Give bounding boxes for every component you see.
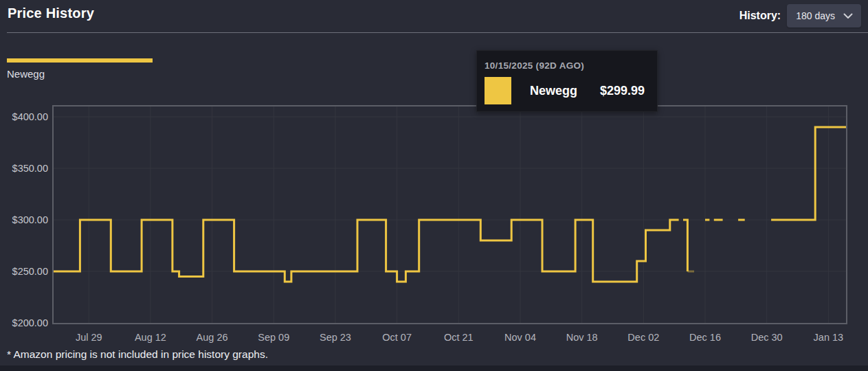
x-axis-tick: Nov 04 [504,330,536,344]
y-axis-tick: $400.00 [0,110,48,124]
x-axis-tick: Oct 21 [444,330,474,344]
tooltip-series-swatch [485,77,511,104]
x-axis-tick: Dec 30 [751,330,783,344]
x-axis-tick: Aug 26 [197,330,228,344]
chevron-down-icon [843,13,853,19]
history-range-dropdown[interactable]: 180 days [787,4,861,27]
x-axis-tick: Oct 07 [382,330,412,344]
chart-tooltip: 10/15/2025 (92D AGO) Newegg $299.99 [476,50,658,112]
price-chart-plot-area[interactable] [52,105,847,324]
tooltip-series-price: $299.99 [600,84,645,98]
tooltip-date: 10/15/2025 (92D AGO) [485,60,649,71]
legend-label: Newegg [7,68,153,80]
x-axis-tick: Jul 29 [76,330,102,344]
legend-item-newegg[interactable]: Newegg [7,58,153,80]
y-axis-tick: $200.00 [0,316,48,330]
tooltip-series-name: Newegg [530,84,577,98]
bottom-strip [0,366,868,371]
page-title: Price History [8,5,94,21]
legend-color-bar [7,58,153,63]
x-axis-tick: Dec 16 [689,330,721,344]
amazon-footnote: * Amazon pricing is not included in pric… [7,348,268,361]
x-axis-tick: Sep 09 [258,330,289,344]
tooltip-series-row: Newegg $299.99 [485,77,649,104]
x-axis-tick: Jan 13 [814,330,844,344]
history-range-control: History: 180 days [739,4,861,27]
y-axis-tick: $250.00 [0,265,48,278]
history-range-value: 180 days [796,10,835,21]
header-divider [7,32,868,33]
history-label: History: [739,10,781,22]
x-axis-tick: Nov 18 [566,330,598,344]
x-axis-tick: Dec 02 [627,330,659,344]
y-axis-tick: $350.00 [0,161,48,175]
price-history-panel: Price History History: 180 days Newegg $… [0,0,868,371]
price-line-chart [54,106,846,323]
x-axis-tick: Aug 12 [135,330,166,344]
x-axis-tick: Sep 23 [320,330,351,344]
y-axis-tick: $300.00 [0,213,48,227]
